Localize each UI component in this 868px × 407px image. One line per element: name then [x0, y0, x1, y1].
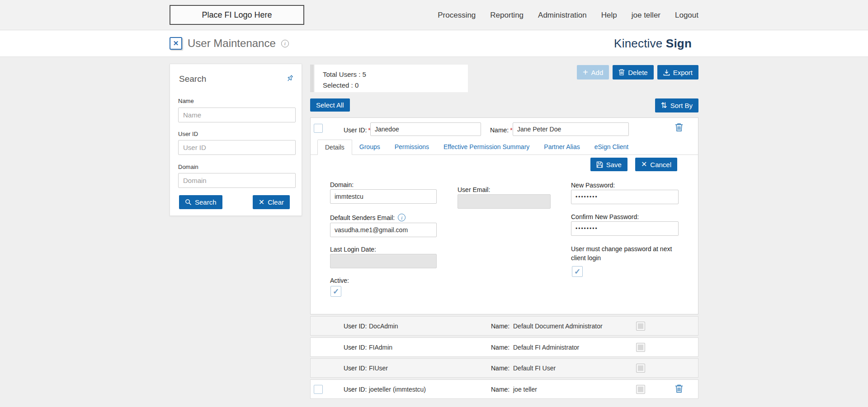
confirm-new-password-input[interactable]	[571, 221, 679, 236]
row-name-label: Name:	[491, 386, 509, 393]
brand-bold: Sign	[666, 37, 692, 51]
search-panel-title: Search	[179, 74, 206, 84]
row-name-label: Name:	[491, 365, 509, 372]
nav-item-logout[interactable]: Logout	[675, 11, 698, 20]
row-name-value: joe teller	[513, 386, 537, 393]
delete-button[interactable]: Delete	[613, 65, 653, 80]
search-icon	[185, 199, 192, 206]
user-id-input[interactable]	[370, 122, 481, 136]
sort-by-label: Sort By	[670, 102, 693, 109]
senders-email-info-icon[interactable]: i	[398, 214, 406, 221]
tab-permissions[interactable]: Permissions	[387, 140, 436, 154]
search-domain-input[interactable]	[178, 173, 296, 188]
brand-logo: Kinective Sign	[614, 30, 692, 56]
row-user-id-value: joeteller (immtestcu)	[369, 386, 426, 393]
domain-label: Domain:	[330, 181, 354, 188]
row-select-checkbox[interactable]	[314, 124, 323, 133]
check-icon: ✓	[574, 268, 580, 276]
user-row[interactable]: User ID: FIUser Name: Default FI User	[310, 358, 698, 378]
search-panel: Search Name User ID Domain Search	[170, 64, 302, 216]
tab-partner-alias[interactable]: Partner Alias	[537, 140, 587, 154]
export-button-label: Export	[673, 69, 693, 76]
active-label: Active:	[330, 277, 349, 284]
required-asterisk: *	[510, 126, 512, 134]
search-name-input[interactable]	[178, 108, 296, 122]
confirm-new-password-label: Confirm New Password:	[571, 213, 639, 220]
topbar: Place FI Logo Here Processing Reporting …	[0, 0, 868, 30]
row-disabled-checkbox	[636, 343, 645, 352]
pin-icon[interactable]	[285, 74, 294, 85]
close-icon: ✕	[641, 161, 647, 168]
page-title-info-icon[interactable]: i	[281, 40, 289, 47]
default-senders-email-input[interactable]	[330, 223, 437, 237]
cancel-button-label: Cancel	[650, 161, 671, 168]
nav-item-administration[interactable]: Administration	[538, 11, 587, 20]
new-password-input[interactable]	[571, 190, 679, 204]
domain-input[interactable]	[330, 189, 437, 204]
delete-user-button[interactable]	[675, 123, 683, 133]
export-button[interactable]: Export	[657, 65, 698, 80]
user-row[interactable]: User ID: joeteller (immtestcu) Name: joe…	[310, 379, 698, 399]
row-disabled-checkbox	[636, 364, 645, 373]
save-button-label: Save	[606, 161, 622, 168]
user-row[interactable]: User ID: DocAdmin Name: Default Document…	[310, 316, 698, 336]
sort-by-button[interactable]: ⇅ Sort By	[655, 98, 698, 112]
search-button[interactable]: Search	[179, 195, 222, 209]
must-change-password-checkbox[interactable]: ✓	[572, 266, 583, 277]
default-senders-email-label: Default Senders Email: i	[330, 214, 406, 221]
row-disabled-checkbox	[636, 385, 645, 394]
row-name-label: Name:	[491, 344, 509, 351]
fi-logo-text: Place FI Logo Here	[202, 10, 272, 20]
tab-effective-permission-summary[interactable]: Effective Permission Summary	[436, 140, 537, 154]
new-password-label: New Password:	[571, 182, 615, 189]
page-header: ✕ User Maintenance i Kinective Sign	[0, 30, 868, 57]
tab-esign-client[interactable]: eSign Client	[587, 140, 636, 154]
selected-count-text: Selected : 0	[323, 80, 460, 91]
must-change-password-label: User must change password at next client…	[571, 244, 685, 263]
add-button[interactable]: + Add	[577, 65, 609, 80]
nav-item-reporting[interactable]: Reporting	[490, 11, 524, 20]
save-button[interactable]: Save	[590, 158, 627, 171]
last-login-date-input	[330, 254, 437, 268]
name-input[interactable]	[513, 122, 629, 136]
nav-item-processing[interactable]: Processing	[438, 11, 476, 20]
brand-regular: Kinective	[614, 37, 662, 51]
top-nav: Processing Reporting Administration Help…	[438, 0, 698, 30]
main-content: Search Name User ID Domain Search	[0, 57, 868, 407]
select-all-label: Select All	[316, 101, 344, 109]
save-icon	[596, 161, 603, 168]
close-icon: ✕	[259, 199, 264, 206]
user-tabs: Details Groups Permissions Effective Per…	[311, 140, 698, 155]
tab-details[interactable]: Details	[317, 140, 352, 155]
plus-icon: +	[583, 68, 588, 77]
row-user-id-value: FIUser	[369, 365, 388, 372]
row-user-id-label: User ID:	[344, 344, 367, 351]
nav-item-help[interactable]: Help	[601, 11, 617, 20]
fi-logo-placeholder: Place FI Logo Here	[170, 5, 304, 25]
user-email-input	[458, 194, 551, 209]
expanded-user-card: User ID:* Name:* Details Groups Permissi…	[310, 117, 698, 314]
page: Place FI Logo Here Processing Reporting …	[0, 0, 868, 407]
trash-icon	[618, 69, 625, 76]
row-delete-button[interactable]	[675, 384, 683, 394]
row-select-checkbox[interactable]	[314, 385, 323, 394]
name-label: Name:*	[490, 126, 513, 134]
row-user-id-value: DocAdmin	[369, 323, 398, 330]
user-maintenance-icon-glyph: ✕	[173, 39, 179, 47]
check-icon: ✓	[333, 288, 339, 295]
search-userid-input[interactable]	[178, 140, 296, 155]
row-name-label: Name:	[491, 323, 509, 330]
nav-item-current-user[interactable]: joe teller	[632, 11, 660, 20]
clear-button[interactable]: ✕ Clear	[253, 195, 290, 209]
page-title: User Maintenance	[188, 37, 276, 50]
row-name-value: Default Document Administrator	[513, 323, 603, 330]
total-users-text: Total Users : 5	[323, 69, 460, 80]
select-all-button[interactable]: Select All	[310, 98, 350, 112]
cancel-button[interactable]: ✕ Cancel	[635, 158, 677, 171]
user-row[interactable]: User ID: FIAdmin Name: Default FI Admini…	[310, 337, 698, 357]
row-disabled-checkbox	[636, 322, 645, 331]
row-user-id-value: FIAdmin	[369, 344, 392, 351]
active-checkbox[interactable]: ✓	[330, 286, 341, 297]
user-maintenance-icon: ✕	[170, 37, 182, 50]
tab-groups[interactable]: Groups	[352, 140, 387, 154]
